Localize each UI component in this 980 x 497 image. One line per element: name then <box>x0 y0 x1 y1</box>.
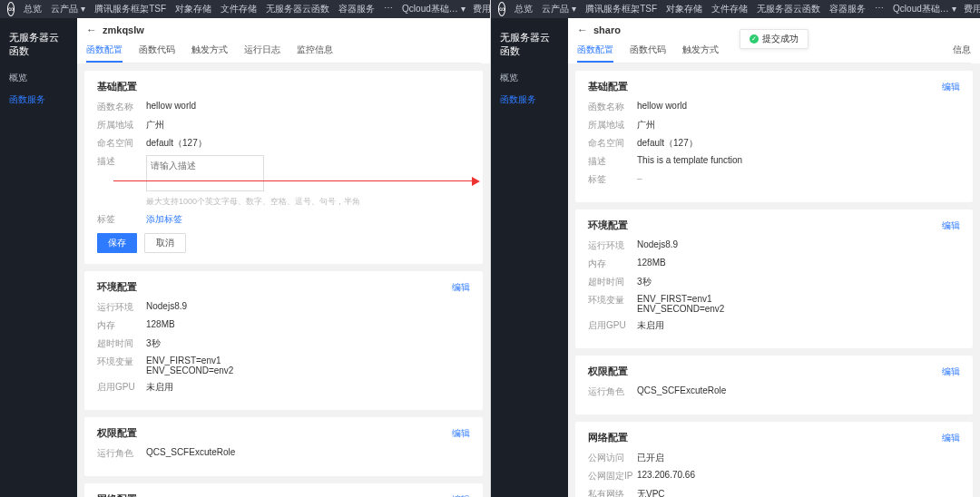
nav-item[interactable]: 云产品 ▾ <box>51 3 85 15</box>
back-arrow-icon[interactable]: ← <box>577 24 588 36</box>
label: 运行环境 <box>97 301 146 314</box>
value: 广州 <box>146 119 164 132</box>
main: ← zmkqslw 函数配置 函数代码 触发方式 运行日志 监控信息 基础配置 … <box>77 18 490 497</box>
tab-trigger[interactable]: 触发方式 <box>682 40 719 63</box>
value: default（127） <box>637 137 698 150</box>
nav-item[interactable]: 无服务器云函数 <box>757 3 820 15</box>
toast-text: 提交成功 <box>762 33 799 45</box>
tab-monitor[interactable]: 监控信息 <box>297 40 333 63</box>
label: 所属地域 <box>97 119 146 132</box>
card-title: 环境配置编辑 <box>97 280 470 294</box>
label: 超时时间 <box>97 337 146 350</box>
nav-item[interactable]: 对象存储 <box>175 3 211 15</box>
value: Nodejs8.9 <box>146 301 187 314</box>
transition-arrow <box>113 180 476 181</box>
edit-link[interactable]: 编辑 <box>942 365 960 378</box>
card-env: 环境配置编辑 运行环境Nodejs8.9 内存128MB 超时时间3秒 环境变量… <box>575 210 973 348</box>
topnav-right: Qcloud基础… ▾ 费用 ▾ 工单 ▾ 99 <box>893 3 980 15</box>
label: 内存 <box>97 319 146 332</box>
sidebar-item-overview[interactable]: 概览 <box>491 67 568 89</box>
tabs: 函数配置 函数代码 触发方式 运行日志 监控信息 <box>86 40 481 63</box>
sidebar-item-functions[interactable]: 函数服务 <box>0 89 77 111</box>
label: 公网访问 <box>588 452 637 464</box>
card-title: 网络配置编辑 <box>588 431 960 444</box>
label: 运行角色 <box>588 385 637 398</box>
tab-config[interactable]: 函数配置 <box>86 40 122 63</box>
edit-link[interactable]: 编辑 <box>452 493 470 498</box>
card-title: 基础配置编辑 <box>588 80 960 93</box>
value: 3秒 <box>637 276 652 288</box>
card-basic: 基础配置 函数名称hellow world 所属地域广州 命名空间default… <box>84 71 483 264</box>
nav-more[interactable]: ⋯ <box>875 3 884 15</box>
add-tag-link[interactable]: 添加标签 <box>146 213 182 226</box>
tab-config[interactable]: 函数配置 <box>577 40 613 63</box>
tab-trigger[interactable]: 触发方式 <box>191 40 228 63</box>
page-title: sharo <box>593 24 621 35</box>
save-button[interactable]: 保存 <box>97 233 137 253</box>
label: 所属地域 <box>588 119 637 132</box>
value: Nodejs8.9 <box>637 239 678 252</box>
card-basic: 基础配置编辑 函数名称hellow world 所属地域广州 命名空间defau… <box>575 71 973 202</box>
nav-item[interactable]: 无服务器云函数 <box>266 3 329 15</box>
edit-link[interactable]: 编辑 <box>942 219 960 232</box>
card-title: 环境配置编辑 <box>588 219 960 232</box>
label: 标签 <box>97 213 146 226</box>
tab-logs[interactable]: 运行日志 <box>244 40 280 63</box>
description-input[interactable] <box>146 155 264 191</box>
edit-link[interactable]: 编辑 <box>452 427 470 440</box>
label: 描述 <box>588 155 637 168</box>
card-perm: 权限配置编辑 运行角色QCS_SCFExcuteRole <box>84 417 483 476</box>
nav-item[interactable]: 对象存储 <box>666 3 702 15</box>
cancel-button[interactable]: 取消 <box>144 233 186 253</box>
value: QCS_SCFExcuteRole <box>146 447 235 460</box>
topbar: 总览 云产品 ▾ 腾讯服务框架TSF 对象存储 文件存储 无服务器云函数 容器服… <box>491 0 980 18</box>
label: 运行环境 <box>588 239 637 252</box>
content-scroll[interactable]: 基础配置 函数名称hellow world 所属地域广州 命名空间default… <box>77 63 490 497</box>
value: QCS_SCFExcuteRole <box>637 385 726 398</box>
value: 128MB <box>146 319 175 332</box>
back-arrow-icon[interactable]: ← <box>86 24 97 36</box>
card-env: 环境配置编辑 运行环境Nodejs8.9 内存128MB 超时时间3秒 环境变量… <box>84 271 483 410</box>
nav-item[interactable]: 文件存储 <box>220 3 257 15</box>
value: ENV_FIRST=env1 ENV_SECOND=env2 <box>146 356 233 375</box>
value: hellow world <box>637 101 687 113</box>
screen-after: 总览 云产品 ▾ 腾讯服务框架TSF 对象存储 文件存储 无服务器云函数 容器服… <box>490 0 980 497</box>
main: ✓ 提交成功 ← sharo 函数配置 函数代码 触发方式 信息 <box>568 18 980 497</box>
nav-item[interactable]: 腾讯服务框架TSF <box>585 3 657 15</box>
card-net: 网络配置编辑 公网访问已开启 公网固定IP123.206.70.66 私有网络无… <box>575 422 973 497</box>
billing-dropdown[interactable]: 费用 ▾ <box>964 3 980 15</box>
card-title: 权限配置编辑 <box>97 426 470 440</box>
nav-item[interactable]: 总览 <box>514 3 533 15</box>
value: 3秒 <box>146 337 161 350</box>
edit-link[interactable]: 编辑 <box>942 81 960 93</box>
cloud-logo-icon <box>7 2 15 16</box>
tab-code[interactable]: 函数代码 <box>630 40 666 63</box>
nav-item[interactable]: 总览 <box>24 3 42 15</box>
screen-before: 总览 云产品 ▾ 腾讯服务框架TSF 对象存储 文件存储 无服务器云函数 容器服… <box>0 0 490 497</box>
value: – <box>637 173 642 186</box>
label: 私有网络 <box>588 488 637 497</box>
edit-link[interactable]: 编辑 <box>942 432 960 444</box>
value: 128MB <box>637 258 666 270</box>
sidebar-item-overview[interactable]: 概览 <box>0 67 77 89</box>
account-dropdown[interactable]: Qcloud基础… ▾ <box>402 3 465 15</box>
nav-item[interactable]: 云产品 ▾ <box>542 3 576 15</box>
value: ENV_FIRST=env1 ENV_SECOND=env2 <box>637 294 724 314</box>
nav-item[interactable]: 文件存储 <box>711 3 748 15</box>
sidebar-item-functions[interactable]: 函数服务 <box>491 89 568 111</box>
tab-info[interactable]: 信息 <box>953 40 971 63</box>
topnav: 总览 云产品 ▾ 腾讯服务框架TSF 对象存储 文件存储 无服务器云函数 容器服… <box>24 3 393 15</box>
sidebar: 无服务器云函数 概览 函数服务 <box>491 18 568 497</box>
nav-item[interactable]: 容器服务 <box>829 3 866 15</box>
nav-item[interactable]: 腾讯服务框架TSF <box>94 3 166 15</box>
value: hellow world <box>146 101 196 113</box>
label: 命名空间 <box>97 137 146 150</box>
value: This is a template function <box>637 155 742 168</box>
tab-code[interactable]: 函数代码 <box>139 40 175 63</box>
account-dropdown[interactable]: Qcloud基础… ▾ <box>893 3 956 15</box>
edit-link[interactable]: 编辑 <box>452 281 470 294</box>
content-scroll[interactable]: 基础配置编辑 函数名称hellow world 所属地域广州 命名空间defau… <box>568 63 980 497</box>
sidebar-title: 无服务器云函数 <box>0 25 77 67</box>
nav-item[interactable]: 容器服务 <box>338 3 375 15</box>
nav-more[interactable]: ⋯ <box>384 3 393 15</box>
